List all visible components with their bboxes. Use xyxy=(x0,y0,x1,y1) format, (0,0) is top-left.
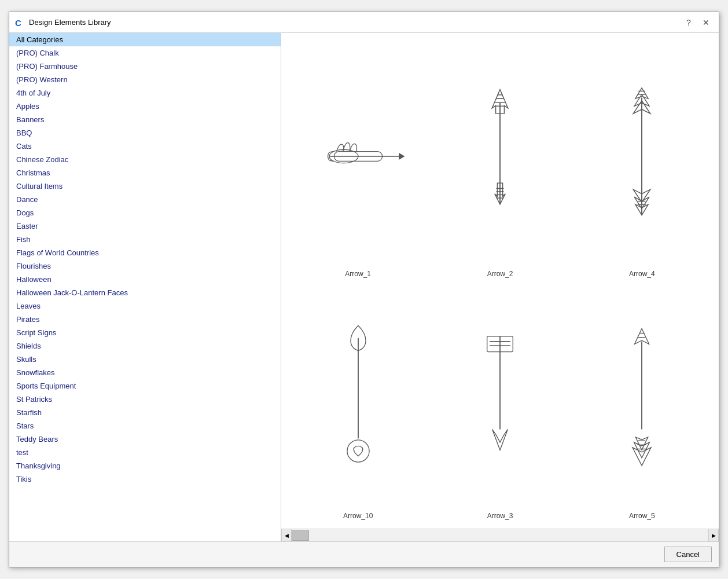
category-item-test[interactable]: test xyxy=(9,446,281,459)
item-label-arrow5: Arrow_5 xyxy=(629,512,655,520)
category-item-cats[interactable]: Cats xyxy=(9,140,281,153)
category-item-pro-western[interactable]: (PRO) Western xyxy=(9,73,281,86)
content-area: All Categories(PRO) Chalk(PRO) Farmhouse… xyxy=(9,33,719,541)
left-panel: All Categories(PRO) Chalk(PRO) Farmhouse… xyxy=(9,33,281,541)
grid-item-arrow3[interactable]: Arrow_3 xyxy=(429,281,571,523)
items-grid: Arrow_1 Arrow_2 xyxy=(281,33,719,529)
title-bar-right: ? ✕ xyxy=(682,16,713,30)
category-item-fish[interactable]: Fish xyxy=(9,233,281,246)
category-item-bbq[interactable]: BBQ xyxy=(9,126,281,140)
grid-item-arrow4[interactable]: Arrow_4 xyxy=(571,39,713,281)
app-icon: C xyxy=(15,18,24,27)
category-item-dogs[interactable]: Dogs xyxy=(9,206,281,219)
grid-item-arrow5[interactable]: Arrow_5 xyxy=(571,281,713,523)
category-item-shields[interactable]: Shields xyxy=(9,339,281,353)
category-item-4th-of-july[interactable]: 4th of July xyxy=(9,86,281,100)
item-label-arrow10: Arrow_10 xyxy=(343,512,373,520)
item-label-arrow3: Arrow_3 xyxy=(487,512,513,520)
category-item-apples[interactable]: Apples xyxy=(9,100,281,113)
item-label-arrow4: Arrow_4 xyxy=(629,270,655,278)
category-item-all-categories[interactable]: All Categories xyxy=(9,33,281,46)
svg-marker-4 xyxy=(399,153,403,159)
category-item-skulls[interactable]: Skulls xyxy=(9,353,281,366)
right-panel: Arrow_1 Arrow_2 xyxy=(281,33,719,541)
footer: Cancel xyxy=(9,541,719,567)
category-item-stars[interactable]: Stars xyxy=(9,419,281,433)
category-item-pro-chalk[interactable]: (PRO) Chalk xyxy=(9,46,281,60)
title-bar: C Design Elements Library ? ✕ xyxy=(9,12,719,33)
item-label-arrow2: Arrow_2 xyxy=(487,270,513,278)
category-item-dance[interactable]: Dance xyxy=(9,193,281,206)
horizontal-scrollbar: ◀ ▶ xyxy=(281,529,719,541)
category-item-easter[interactable]: Easter xyxy=(9,219,281,233)
scroll-track xyxy=(292,529,708,541)
category-item-pro-farmhouse[interactable]: (PRO) Farmhouse xyxy=(9,60,281,73)
category-item-script-signs[interactable]: Script Signs xyxy=(9,326,281,339)
category-item-thanksgiving[interactable]: Thanksgiving xyxy=(9,459,281,472)
help-button[interactable]: ? xyxy=(682,16,696,30)
category-item-sports-equipment[interactable]: Sports Equipment xyxy=(9,379,281,393)
close-button[interactable]: ✕ xyxy=(699,16,713,30)
category-item-christmas[interactable]: Christmas xyxy=(9,166,281,179)
category-list[interactable]: All Categories(PRO) Chalk(PRO) Farmhouse… xyxy=(9,33,281,541)
cancel-button[interactable]: Cancel xyxy=(664,547,712,562)
scroll-thumb[interactable] xyxy=(292,530,309,541)
category-item-cultural-items[interactable]: Cultural Items xyxy=(9,179,281,193)
category-item-snowflakes[interactable]: Snowflakes xyxy=(9,366,281,379)
category-item-banners[interactable]: Banners xyxy=(9,113,281,126)
item-label-arrow1: Arrow_1 xyxy=(345,270,371,278)
category-item-halloween[interactable]: Halloween xyxy=(9,273,281,286)
grid-item-arrow10[interactable]: Arrow_10 xyxy=(287,281,429,523)
svg-point-27 xyxy=(347,439,369,461)
dialog-title: Design Elements Library xyxy=(29,18,111,27)
dialog: C Design Elements Library ? ✕ All Catego… xyxy=(9,12,719,567)
category-item-halloween-jack[interactable]: Halloween Jack-O-Lantern Faces xyxy=(9,286,281,299)
category-item-tikis[interactable]: Tikis xyxy=(9,472,281,486)
category-item-flourishes[interactable]: Flourishes xyxy=(9,259,281,273)
grid-item-arrow2[interactable]: Arrow_2 xyxy=(429,39,571,281)
scroll-right-button[interactable]: ▶ xyxy=(708,529,719,542)
title-bar-left: C Design Elements Library xyxy=(15,18,111,27)
grid-item-arrow1[interactable]: Arrow_1 xyxy=(287,39,429,281)
category-item-leaves[interactable]: Leaves xyxy=(9,299,281,313)
svg-marker-16 xyxy=(635,87,648,98)
category-item-teddy-bears[interactable]: Teddy Bears xyxy=(9,433,281,446)
category-item-flags-of-world[interactable]: Flags of World Countries xyxy=(9,246,281,259)
category-item-starfish[interactable]: Starfish xyxy=(9,406,281,419)
scroll-left-button[interactable]: ◀ xyxy=(281,529,292,542)
category-item-chinese-zodiac[interactable]: Chinese Zodiac xyxy=(9,153,281,166)
category-item-st-patricks[interactable]: St Patricks xyxy=(9,393,281,406)
category-item-pirates[interactable]: Pirates xyxy=(9,313,281,326)
